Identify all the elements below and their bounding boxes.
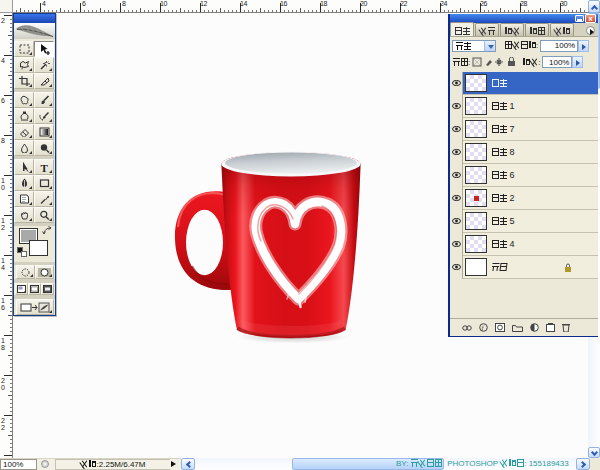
svg-text:T: T: [40, 162, 48, 173]
